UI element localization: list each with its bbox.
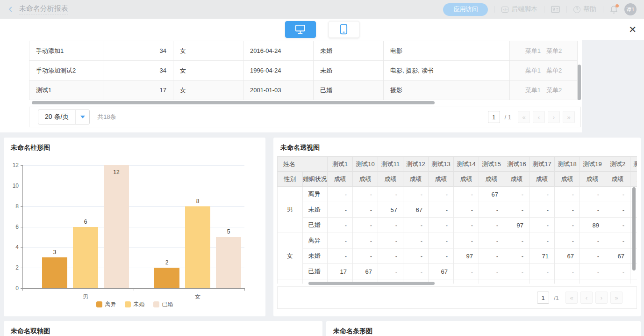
desktop-view-button[interactable] xyxy=(285,21,316,38)
user-card-button[interactable] xyxy=(551,6,560,13)
pivot-rowlabel-cell: 已婚 xyxy=(302,218,328,233)
user-avatar[interactable]: 谭1 xyxy=(624,3,637,15)
pivot-header-row: 姓名测试1测试10测试11测试12测试13测试14测试15测试16测试17测试1… xyxy=(278,157,637,172)
row-action-link[interactable]: 菜单2 xyxy=(546,87,562,94)
table-row[interactable]: 手动添加测试234女1996-04-24未婚电影, 摄影, 读书菜单1菜单2 xyxy=(29,61,578,80)
table-cell: 测试1 xyxy=(29,80,103,100)
row-action-link[interactable]: 菜单1 xyxy=(525,47,541,54)
bar-已婚-女[interactable] xyxy=(216,237,241,288)
pivot-value-cell: - xyxy=(530,218,555,233)
bar-已婚-男[interactable] xyxy=(104,165,129,288)
pivot-horizontal-scrollbar[interactable] xyxy=(308,282,435,285)
pivot-value-cell: - xyxy=(403,187,429,202)
pivot-value-cell: - xyxy=(328,187,353,202)
pivot-value-cell: 17 xyxy=(328,264,353,279)
pivot-measure-header: 成绩 xyxy=(403,172,429,187)
pivot-measure-header: 成绩 xyxy=(580,172,605,187)
bar-未婚-男[interactable] xyxy=(73,227,98,289)
bar-value-label: 2 xyxy=(154,259,179,266)
pivot-table: 姓名测试1测试10测试11测试12测试13测试14测试15测试16测试17测试1… xyxy=(277,156,637,284)
close-icon[interactable]: ✕ xyxy=(629,24,637,35)
prev-page-button[interactable]: ‹ xyxy=(580,292,593,304)
legend-label: 未婚 xyxy=(134,300,145,308)
pivot-value-cell: - xyxy=(454,202,479,218)
bar-value-label: 6 xyxy=(73,219,98,225)
bar-未婚-女[interactable] xyxy=(185,206,210,288)
report-title[interactable]: 未命名分析报表 xyxy=(19,4,68,15)
back-icon[interactable]: ‹ xyxy=(8,3,13,14)
pivot-col-header: 测试20 xyxy=(630,157,637,172)
mobile-icon xyxy=(340,24,348,35)
table-cell: 电影 xyxy=(384,41,510,61)
gridline xyxy=(22,227,244,227)
pivot-value-cell: 71 xyxy=(530,248,555,264)
pivot-measure-header: 成绩 xyxy=(353,172,378,187)
pivot-body: 男离异------67------未婚--5767---------已婚----… xyxy=(278,187,637,284)
pivot-value-cell: - xyxy=(555,264,580,279)
row-action-link[interactable]: 菜单2 xyxy=(546,47,562,54)
pivot-vertical-scrollbar[interactable] xyxy=(632,187,636,270)
legend-item-已婚[interactable]: 已婚 xyxy=(153,300,173,308)
legend-item-未婚[interactable]: 未婚 xyxy=(125,300,145,308)
page-size-caret xyxy=(75,110,89,124)
pivot-value-cell: - xyxy=(429,248,454,264)
next-page-button[interactable]: › xyxy=(595,292,608,304)
pivot-table-wrap: 姓名测试1测试10测试11测试12测试13测试14测试15测试16测试17测试1… xyxy=(277,156,637,284)
table-cell: 女 xyxy=(173,80,243,100)
pivot-col-header: 测试12 xyxy=(403,157,429,172)
bar-离异-男[interactable] xyxy=(42,257,67,288)
page-number-input[interactable]: 1 xyxy=(488,111,500,123)
first-page-button[interactable]: « xyxy=(518,111,530,123)
page-size-select[interactable]: 20 条/页 xyxy=(38,110,90,124)
notification-bell-button[interactable] xyxy=(610,5,618,14)
table-row[interactable]: 手动添加134女2016-04-24未婚电影菜单1菜单2 xyxy=(29,41,578,61)
help-button[interactable]: ? 帮助 xyxy=(573,5,596,14)
table-horizontal-scrollbar[interactable] xyxy=(32,101,435,104)
table-cell: 2016-04-24 xyxy=(243,41,314,61)
pivot-corner-label: 姓名 xyxy=(278,157,328,172)
table-pager: 1 / 1 «‹›» xyxy=(488,111,575,123)
pivot-dim-cell: 女 xyxy=(278,233,303,279)
help-label: 帮助 xyxy=(583,5,596,14)
app-access-button[interactable]: 应用访问 xyxy=(443,3,488,16)
pivot-col-header: 测试15 xyxy=(479,157,504,172)
dual-axis-title: 未命名双轴图 xyxy=(11,327,50,336)
prev-page-button[interactable]: ‹ xyxy=(533,111,545,123)
backend-script-button[interactable]: </> 后端脚本 xyxy=(501,5,537,14)
table-vertical-scrollbar[interactable] xyxy=(578,65,581,100)
pivot-value-cell: 57 xyxy=(378,202,403,218)
x-axis-tick xyxy=(244,288,245,291)
pivot-dim-header: 性别 xyxy=(278,172,303,187)
last-page-button[interactable]: » xyxy=(610,292,623,304)
last-page-button[interactable]: » xyxy=(563,111,575,123)
first-page-button[interactable]: « xyxy=(565,292,578,304)
table-row[interactable]: 测试117女2001-01-03已婚摄影菜单1菜单2 xyxy=(29,80,578,100)
pivot-footer: 1 /1 «‹›» xyxy=(277,286,637,309)
pivot-col-header: 测试2 xyxy=(605,157,630,172)
x-category-label: 女 xyxy=(195,293,200,301)
legend-item-离异[interactable]: 离异 xyxy=(96,300,116,308)
row-action-link[interactable]: 菜单2 xyxy=(546,67,562,74)
table-cell: 17 xyxy=(103,80,173,100)
next-page-button[interactable]: › xyxy=(548,111,560,123)
pivot-value-cell: - xyxy=(555,233,580,248)
pivot-rowlabel-cell: 离异 xyxy=(302,233,328,248)
mobile-view-button[interactable] xyxy=(329,21,359,38)
chevron-down-icon xyxy=(80,116,85,118)
pivot-value-cell: - xyxy=(454,218,479,233)
pivot-measure-header: 成绩 xyxy=(429,172,454,187)
y-tick-label: 6 xyxy=(7,224,19,230)
pivot-value-cell: - xyxy=(479,264,504,279)
bar-离异-女[interactable] xyxy=(154,268,179,288)
row-action-link[interactable]: 菜单1 xyxy=(525,87,541,94)
table-cell: 女 xyxy=(173,41,243,61)
pivot-value-cell: - xyxy=(530,264,555,279)
pivot-value-cell: - xyxy=(504,248,530,264)
pivot-page-number-input[interactable]: 1 xyxy=(537,292,549,304)
pivot-empty-cell xyxy=(630,279,637,284)
row-actions-cell: 菜单1菜单2 xyxy=(510,61,578,80)
pivot-value-cell: - xyxy=(454,233,479,248)
row-action-link[interactable]: 菜单1 xyxy=(525,67,541,74)
legend-label: 已婚 xyxy=(162,300,173,308)
pivot-rowlabel-cell: 未婚 xyxy=(302,202,328,218)
